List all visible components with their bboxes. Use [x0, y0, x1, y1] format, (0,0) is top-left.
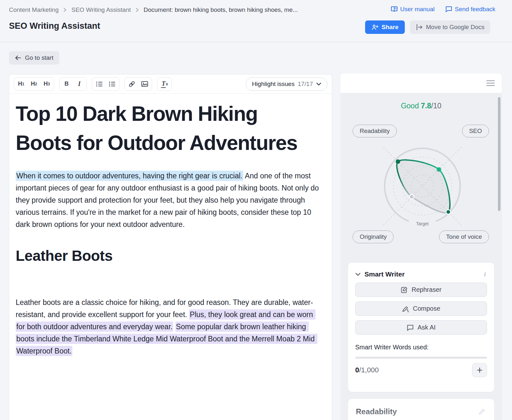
- compose-icon: [402, 305, 409, 312]
- export-arrow-icon: [416, 24, 423, 30]
- chevron-down-icon[interactable]: [355, 273, 361, 276]
- add-words-button[interactable]: [472, 363, 487, 377]
- insert-buttons-group: [124, 77, 152, 91]
- user-manual-link[interactable]: User manual: [391, 6, 435, 13]
- pencil-icon: [478, 408, 486, 416]
- bullet-list-button[interactable]: [106, 78, 118, 90]
- go-to-start-button[interactable]: Go to start: [9, 51, 59, 65]
- readability-pill[interactable]: Readability: [353, 125, 397, 137]
- link-button[interactable]: [125, 78, 138, 90]
- person-plus-icon: [372, 24, 379, 30]
- send-feedback-link[interactable]: Send feedback: [445, 6, 495, 13]
- header-actions: Share Move to Google Docs: [365, 20, 490, 34]
- gauge-dot-originality: [410, 194, 414, 199]
- smart-writer-card: Smart Writer i Rephraser Compose Ask AI …: [348, 263, 494, 392]
- words-count: 0/1,000: [355, 366, 379, 374]
- share-button[interactable]: Share: [365, 20, 405, 34]
- paragraph-text: [173, 323, 175, 331]
- format-buttons-group: B I: [59, 77, 87, 91]
- list-buttons-group: [92, 77, 119, 91]
- move-to-google-docs-button[interactable]: Move to Google Docs: [410, 20, 490, 34]
- document-paragraph-intro: When it comes to outdoor adventures, hav…: [16, 170, 324, 230]
- bullet-list-icon: [108, 81, 116, 87]
- breadcrumb-document: Document: brown hiking boots, brown hiki…: [144, 6, 298, 13]
- editor-toolbar: H1 H2 H3 B I: [9, 74, 332, 94]
- heading-buttons-group: H1 H2 H3: [14, 77, 54, 91]
- editor-card: H1 H2 H3 B I: [9, 74, 332, 420]
- overall-score: Good 7.8/10: [340, 102, 502, 110]
- gauge-dot-readability: [396, 159, 400, 164]
- gauge-dot-seo: [437, 167, 441, 172]
- rephraser-button[interactable]: Rephraser: [355, 283, 487, 297]
- chevron-right-icon: [63, 8, 67, 12]
- chevron-down-icon: [316, 82, 321, 86]
- seo-pill[interactable]: SEO: [462, 125, 489, 137]
- highlight-issues-dropdown[interactable]: Highlight issues 17/17: [246, 77, 327, 91]
- gauge-dot-tone-of-voice: [446, 210, 451, 214]
- menu-icon[interactable]: [486, 80, 495, 86]
- score-gauge-chart: Target: [374, 138, 470, 234]
- h3-button[interactable]: H3: [40, 78, 53, 90]
- score-sidebar: Good 7.8/10 Readability SEO Originality …: [340, 74, 502, 420]
- header-links: User manual Send feedback: [391, 6, 495, 13]
- smart-writer-title: Smart Writer: [364, 270, 405, 278]
- page-title: SEO Writing Assistant: [9, 21, 100, 31]
- ordered-list-icon: [96, 81, 103, 87]
- link-icon: [128, 81, 135, 88]
- clear-format-group: Tx: [157, 77, 172, 91]
- sidebar-header: [340, 74, 502, 93]
- document-paragraph-leather: Leather boots are a classic choice for h…: [16, 296, 324, 357]
- feedback-bubble-icon: [445, 6, 452, 12]
- ask-ai-button[interactable]: Ask AI: [355, 320, 487, 335]
- readability-section-title: Readability: [356, 407, 486, 416]
- gauge-target-label: Target: [416, 221, 429, 226]
- header-divider: [0, 42, 512, 42]
- document-h2: Leather Boots: [16, 247, 322, 264]
- editor-content[interactable]: Top 10 Dark Brown Hiking Boots for Outdo…: [9, 94, 332, 357]
- readability-section-card[interactable]: Readability: [348, 399, 494, 420]
- rephraser-icon: [401, 286, 408, 293]
- sidebar-scrollbar-thumb[interactable]: [498, 97, 500, 211]
- smart-writer-words-label: Smart Writer Words used:: [355, 344, 487, 351]
- ordered-list-button[interactable]: [93, 78, 106, 90]
- h2-button[interactable]: H2: [28, 78, 40, 90]
- h1-button[interactable]: H1: [15, 78, 28, 90]
- image-icon: [141, 81, 148, 87]
- chat-bubble-icon: [407, 324, 414, 331]
- plus-icon: [477, 367, 483, 373]
- arrow-left-icon: [15, 55, 21, 61]
- document-h1: Top 10 Dark Brown Hiking Boots for Outdo…: [16, 99, 316, 158]
- italic-button[interactable]: I: [73, 78, 86, 90]
- words-progress-bar: [355, 357, 487, 359]
- issue-highlight-blue[interactable]: When it comes to outdoor adventures, hav…: [16, 171, 243, 181]
- breadcrumb: Content Marketing SEO Writing Assistant …: [9, 6, 298, 13]
- breadcrumb-seo-writing-assistant[interactable]: SEO Writing Assistant: [71, 6, 131, 13]
- bold-button[interactable]: B: [60, 78, 73, 90]
- breadcrumb-content-marketing[interactable]: Content Marketing: [9, 6, 59, 13]
- gauge-score-area: [397, 160, 450, 213]
- compose-button[interactable]: Compose: [355, 301, 487, 316]
- book-icon: [391, 6, 398, 12]
- image-button[interactable]: [138, 78, 151, 90]
- clear-formatting-button[interactable]: Tx: [158, 78, 171, 90]
- chevron-right-icon: [135, 8, 139, 12]
- info-icon[interactable]: i: [483, 271, 487, 278]
